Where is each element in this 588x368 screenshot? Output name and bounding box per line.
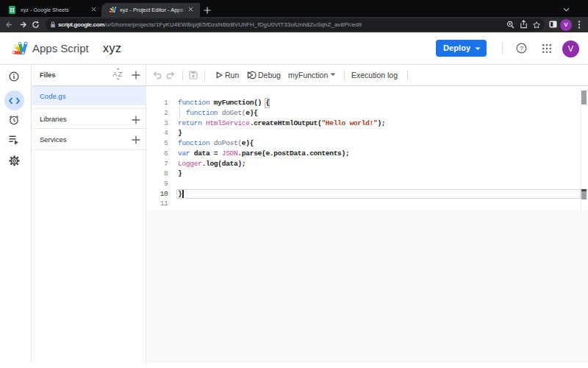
svg-text:Z: Z: [118, 70, 122, 78]
svg-text:A: A: [112, 70, 118, 78]
svg-text:?: ?: [520, 45, 523, 52]
